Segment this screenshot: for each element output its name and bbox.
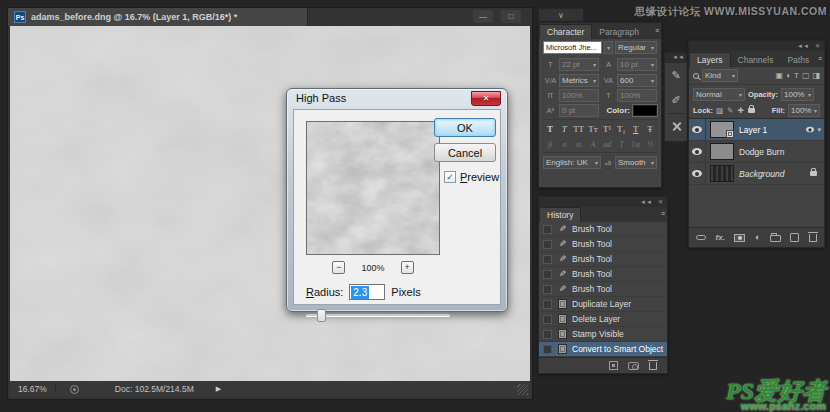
titling-alternates-button[interactable]: T xyxy=(614,137,628,151)
history-item[interactable]: Delete Layer xyxy=(539,312,667,327)
visibility-cell[interactable] xyxy=(689,141,706,162)
lock-pixels-icon[interactable]: ✎ xyxy=(727,106,733,115)
layer-thumbnail[interactable] xyxy=(710,143,734,160)
brush-presets-panel-icon[interactable]: ✎ xyxy=(665,63,687,88)
tab-character[interactable]: Character xyxy=(539,24,592,39)
lock-transparency-icon[interactable]: ▨ xyxy=(716,106,723,115)
lock-all-icon[interactable] xyxy=(748,108,755,113)
dialog-title[interactable]: High Pass xyxy=(296,92,346,104)
history-source-well[interactable] xyxy=(543,330,552,339)
filter-pixel-icon[interactable]: ▣ xyxy=(776,71,784,80)
panel-dock-header[interactable]: ∨ xyxy=(538,8,584,22)
new-document-from-state-icon[interactable] xyxy=(609,361,618,370)
text-color-swatch[interactable] xyxy=(633,105,657,116)
history-item[interactable]: ✎Brush Tool xyxy=(539,237,667,252)
contextual-alternates-button[interactable]: σ xyxy=(557,137,571,151)
layer-style-fx-icon[interactable]: fx. xyxy=(716,233,725,242)
history-source-well[interactable] xyxy=(543,315,552,324)
link-layers-icon[interactable] xyxy=(696,235,706,240)
ligatures-button[interactable]: fi xyxy=(543,137,557,151)
history-item[interactable]: Duplicate Layer xyxy=(539,297,667,312)
new-snapshot-icon[interactable] xyxy=(628,362,639,370)
filter-type-icon[interactable]: T xyxy=(794,71,799,80)
history-item-current[interactable]: Convert to Smart Object xyxy=(539,342,667,357)
history-source-well[interactable] xyxy=(543,225,552,234)
history-item[interactable]: ✎Brush Tool xyxy=(539,252,667,267)
filter-kind-select[interactable]: Kind▾ xyxy=(702,69,738,82)
delete-state-icon[interactable] xyxy=(649,362,657,370)
brush-panel-icon[interactable]: ✐ xyxy=(665,88,687,113)
superscript-button[interactable]: T¹ xyxy=(600,122,614,136)
collapse-panel-icon[interactable]: ◄◄ xyxy=(797,43,809,49)
dialog-close-button[interactable]: ✕ xyxy=(471,91,501,106)
radius-slider[interactable] xyxy=(306,309,450,322)
history-item[interactable]: ✎Brush Tool xyxy=(539,282,667,297)
history-source-well[interactable] xyxy=(543,255,552,264)
ordinals-button[interactable]: 1st xyxy=(629,137,643,151)
status-options-arrow-icon[interactable]: ▶ xyxy=(216,385,221,393)
zoom-out-button[interactable]: − xyxy=(332,261,345,274)
stylistic-alternates-button[interactable]: ad xyxy=(600,137,614,151)
panel-menu-icon[interactable]: ≡ xyxy=(655,27,658,34)
layer-row-dodge-burn[interactable]: Dodge Burn xyxy=(689,141,824,163)
slider-thumb[interactable] xyxy=(317,309,326,322)
minimize-button[interactable]: — xyxy=(473,10,493,23)
adjustment-layer-icon[interactable]: ◐ xyxy=(755,233,760,242)
visibility-cell[interactable] xyxy=(689,163,706,184)
radius-input[interactable]: 2.3 xyxy=(349,284,385,300)
resize-grip[interactable] xyxy=(517,384,528,395)
layer-thumbnail[interactable] xyxy=(710,121,734,138)
expand-smart-filters-icon[interactable]: ▾ xyxy=(817,126,821,134)
layer-name[interactable]: Dodge Burn xyxy=(739,147,784,157)
history-source-well[interactable] xyxy=(543,240,552,249)
font-family-input[interactable]: Microsoft Jhe... xyxy=(543,41,602,54)
expand-dock-icon[interactable]: ◄◄ xyxy=(665,53,687,63)
tab-layers[interactable]: Layers xyxy=(689,52,731,67)
zoom-in-button[interactable]: + xyxy=(401,261,414,274)
delete-layer-icon[interactable] xyxy=(809,234,817,242)
subscript-button[interactable]: T₁ xyxy=(614,122,628,136)
filter-preview-thumbnail[interactable] xyxy=(306,121,440,255)
layer-name[interactable]: Layer 1 xyxy=(739,125,767,135)
font-size-select[interactable]: 22 pt▾ xyxy=(559,58,599,71)
cancel-button[interactable]: Cancel xyxy=(434,143,496,162)
history-source-well[interactable] xyxy=(543,285,552,294)
tab-paths[interactable]: Paths xyxy=(780,53,816,67)
underline-button[interactable]: T xyxy=(629,122,643,136)
font-style-select[interactable]: Regular▾ xyxy=(615,41,657,54)
history-item[interactable]: ✎Brush Tool xyxy=(539,222,667,237)
baseline-shift-input[interactable]: 0 pt xyxy=(559,104,599,117)
layer-thumbnail[interactable] xyxy=(710,165,734,182)
strikethrough-button[interactable]: Ŧ xyxy=(643,122,657,136)
lock-position-icon[interactable]: ✚ xyxy=(737,106,743,115)
smart-filter-eye-icon[interactable] xyxy=(806,127,814,133)
history-item[interactable]: ✎Brush Tool xyxy=(539,267,667,282)
document-size-readout[interactable]: Doc: 102.5M/214.5M xyxy=(115,384,194,394)
horizontal-scale-input[interactable]: 100% xyxy=(617,89,657,102)
tab-paragraph[interactable]: Paragraph xyxy=(592,25,646,39)
anti-alias-select[interactable]: Smooth▾ xyxy=(615,156,657,169)
preview-checkbox[interactable]: ✓ xyxy=(444,171,456,183)
all-caps-button[interactable]: TT xyxy=(572,122,586,136)
layer-row-background[interactable]: Background xyxy=(689,163,824,185)
close-panel-icon[interactable]: ✕ xyxy=(658,199,663,205)
fractions-button[interactable]: ½ xyxy=(643,137,657,151)
tracking-select[interactable]: 600▾ xyxy=(617,74,657,87)
new-layer-icon[interactable] xyxy=(790,233,799,242)
maximize-button[interactable]: □ xyxy=(501,10,521,23)
layer-row-layer-1[interactable]: Layer 1 ▾ xyxy=(689,119,824,141)
panel-menu-icon[interactable]: ≡ xyxy=(818,55,821,62)
tool-presets-panel-icon[interactable] xyxy=(665,114,687,139)
fill-select[interactable]: 100%▾ xyxy=(788,104,820,117)
language-select[interactable]: English: UK▾ xyxy=(543,156,601,169)
leading-select[interactable]: 10 pt▾ xyxy=(617,58,657,71)
blend-mode-select[interactable]: Normal▾ xyxy=(693,88,745,101)
ok-button[interactable]: OK xyxy=(434,118,496,137)
history-source-well[interactable] xyxy=(543,300,552,309)
history-source-well[interactable] xyxy=(543,345,552,354)
tab-history[interactable]: History xyxy=(539,207,581,222)
filter-adjustment-icon[interactable]: ◐ xyxy=(786,71,791,80)
filter-shape-icon[interactable]: ▢ xyxy=(802,71,810,80)
discretionary-ligatures-button[interactable]: st xyxy=(572,137,586,151)
opacity-select[interactable]: 100%▾ xyxy=(781,88,814,101)
